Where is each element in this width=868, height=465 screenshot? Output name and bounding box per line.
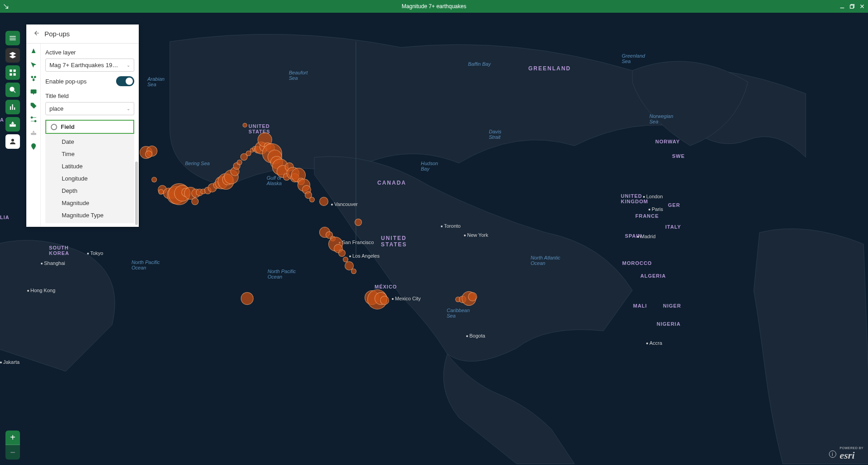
share-button[interactable] — [5, 117, 20, 132]
field-item[interactable]: Latitude — [45, 160, 134, 172]
svg-rect-3 — [10, 69, 12, 72]
svg-rect-5 — [10, 73, 12, 76]
popup-icon[interactable] — [29, 88, 38, 96]
back-arrow-icon[interactable] — [32, 29, 40, 39]
close-icon[interactable] — [859, 3, 865, 10]
svg-point-7 — [10, 87, 14, 91]
enable-popups-toggle[interactable] — [116, 76, 134, 86]
export-icon — [29, 129, 38, 137]
panel-title: Pop-ups — [44, 30, 70, 38]
expand-arrow-icon[interactable] — [3, 3, 9, 10]
filter-icon[interactable] — [29, 115, 38, 123]
app-title: Magnitude 7+ earthquakes — [402, 3, 466, 10]
field-list: DateTimeLatitudeLongitudeDepthMagnitudeM… — [45, 134, 134, 223]
left-toolbar — [5, 31, 20, 149]
svg-point-8 — [11, 139, 14, 142]
zoom-controls: + − — [5, 431, 20, 460]
cluster-icon[interactable] — [29, 74, 38, 83]
svg-rect-4 — [14, 69, 16, 72]
info-icon[interactable]: i — [829, 450, 836, 458]
enable-popups-label: Enable pop-ups — [45, 78, 87, 85]
zoom-in-button[interactable]: + — [5, 431, 20, 445]
chart-button[interactable] — [5, 100, 20, 114]
field-section-header[interactable]: Field — [45, 120, 134, 134]
scrollbar-thumb[interactable] — [135, 162, 138, 225]
popups-panel: Pop-ups Active layer Mag 7+ Earthquakes … — [26, 24, 139, 227]
svg-point-15 — [34, 120, 36, 122]
svg-rect-0 — [850, 5, 853, 8]
svg-point-13 — [32, 104, 33, 105]
text-style-icon[interactable] — [29, 47, 38, 55]
radio-unchecked-icon — [51, 124, 57, 130]
location-pin-icon[interactable] — [29, 142, 38, 151]
svg-point-14 — [31, 117, 33, 118]
restore-icon[interactable] — [849, 3, 855, 10]
panel-icon-rail — [26, 44, 41, 227]
chevron-down-icon: ⌄ — [127, 63, 130, 68]
active-layer-select[interactable]: Mag 7+ Earthquakes 19… ⌄ — [45, 59, 134, 72]
attribution: i POWERED BY esri — [829, 446, 863, 461]
active-layer-label: Active layer — [45, 49, 134, 56]
main-area: GREENLANDCANADAUNITEDSTATESUNITEDSTATESM… — [0, 13, 868, 465]
layers-button[interactable] — [5, 48, 20, 63]
svg-rect-6 — [14, 73, 16, 76]
basemap-button[interactable] — [5, 65, 20, 80]
chevron-down-icon: ⌄ — [127, 106, 130, 111]
zoom-out-button[interactable]: − — [5, 445, 20, 460]
field-item[interactable]: Magnitude — [45, 197, 134, 209]
title-field-label: Title field — [45, 93, 134, 99]
svg-point-16 — [33, 145, 34, 146]
field-item[interactable]: Longitude — [45, 172, 134, 185]
field-item[interactable]: Time — [45, 148, 134, 160]
svg-rect-12 — [31, 90, 36, 93]
select-icon[interactable] — [29, 61, 38, 69]
search-button[interactable] — [5, 83, 20, 97]
profile-button[interactable] — [5, 134, 20, 149]
label-icon[interactable] — [29, 102, 38, 110]
field-item[interactable]: Magnitude Type — [45, 209, 134, 221]
titlebar: Magnitude 7+ earthquakes — [0, 0, 868, 13]
minimize-icon[interactable] — [839, 3, 845, 10]
title-field-select[interactable]: place ⌄ — [45, 102, 134, 115]
esri-logo: esri — [840, 450, 855, 461]
menu-button[interactable] — [5, 31, 20, 45]
field-item[interactable]: Depth — [45, 185, 134, 197]
field-item[interactable]: Date — [45, 136, 134, 148]
